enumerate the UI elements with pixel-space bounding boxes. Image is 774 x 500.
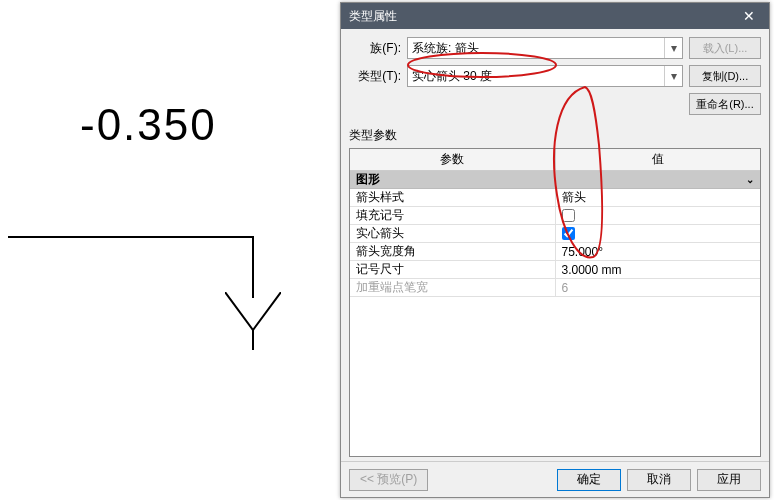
param-value: 6 xyxy=(556,279,761,296)
expand-icon: ⌄ xyxy=(746,174,754,185)
checkbox-solid-arrow[interactable] xyxy=(562,227,575,240)
table-row[interactable]: 箭头宽度角 75.000° xyxy=(350,243,760,261)
type-value: 实心箭头 30 度 xyxy=(412,68,492,85)
param-value[interactable] xyxy=(556,225,761,242)
param-value[interactable]: 箭头 xyxy=(556,189,761,206)
close-icon: ✕ xyxy=(743,8,755,24)
param-label: 实心箭头 xyxy=(350,225,556,242)
param-label: 填充记号 xyxy=(350,207,556,224)
group-label: 图形 xyxy=(356,171,380,188)
rename-button[interactable]: 重命名(R)... xyxy=(689,93,761,115)
type-label: 类型(T): xyxy=(349,68,401,85)
rename-row: 重命名(R)... xyxy=(349,93,761,115)
family-row: 族(F): 系统族: 箭头 ▾ 载入(L)... xyxy=(349,37,761,59)
duplicate-button[interactable]: 复制(D)... xyxy=(689,65,761,87)
dialog-footer: << 预览(P) 确定 取消 应用 xyxy=(341,461,769,497)
col-header-value: 值 xyxy=(556,149,761,170)
type-properties-dialog: 类型属性 ✕ 族(F): 系统族: 箭头 ▾ 载入(L)... 类型(T): 实… xyxy=(340,2,770,498)
param-label: 记号尺寸 xyxy=(350,261,556,278)
table-header: 参数 值 xyxy=(350,149,760,171)
ok-button[interactable]: 确定 xyxy=(557,469,621,491)
param-value[interactable]: 75.000° xyxy=(556,243,761,260)
close-button[interactable]: ✕ xyxy=(729,3,769,29)
chevron-down-icon: ▾ xyxy=(664,38,682,58)
table-empty-area xyxy=(350,297,760,456)
table-row[interactable]: 记号尺寸 3.0000 mm xyxy=(350,261,760,279)
param-label: 箭头样式 xyxy=(350,189,556,206)
leader-horizontal xyxy=(8,236,254,238)
arrowhead-icon xyxy=(225,292,281,350)
param-value[interactable] xyxy=(556,207,761,224)
chevron-down-icon: ▾ xyxy=(664,66,682,86)
type-parameters-label: 类型参数 xyxy=(349,127,761,144)
group-graphics[interactable]: 图形 ⌄ xyxy=(350,171,760,189)
table-row[interactable]: 实心箭头 xyxy=(350,225,760,243)
apply-button[interactable]: 应用 xyxy=(697,469,761,491)
table-row[interactable]: 填充记号 xyxy=(350,207,760,225)
leader-vertical xyxy=(252,236,254,298)
family-label: 族(F): xyxy=(349,40,401,57)
dialog-body: 族(F): 系统族: 箭头 ▾ 载入(L)... 类型(T): 实心箭头 30 … xyxy=(341,29,769,461)
checkbox-fill-mark[interactable] xyxy=(562,209,575,222)
parameters-table: 参数 值 图形 ⌄ 箭头样式 箭头 填充记号 实心箭头 箭头宽度角 75.00 xyxy=(349,148,761,457)
annotation-value: -0.350 xyxy=(80,100,217,150)
col-header-param: 参数 xyxy=(350,149,556,170)
param-label: 箭头宽度角 xyxy=(350,243,556,260)
load-button[interactable]: 载入(L)... xyxy=(689,37,761,59)
family-value: 系统族: 箭头 xyxy=(412,40,479,57)
type-row: 类型(T): 实心箭头 30 度 ▾ 复制(D)... xyxy=(349,65,761,87)
family-select[interactable]: 系统族: 箭头 ▾ xyxy=(407,37,683,59)
drawing-canvas: -0.350 xyxy=(0,0,340,500)
table-row[interactable]: 箭头样式 箭头 xyxy=(350,189,760,207)
type-select[interactable]: 实心箭头 30 度 ▾ xyxy=(407,65,683,87)
table-row: 加重端点笔宽 6 xyxy=(350,279,760,297)
dialog-title: 类型属性 xyxy=(349,8,397,25)
param-label: 加重端点笔宽 xyxy=(350,279,556,296)
titlebar: 类型属性 ✕ xyxy=(341,3,769,29)
param-value[interactable]: 3.0000 mm xyxy=(556,261,761,278)
preview-button[interactable]: << 预览(P) xyxy=(349,469,428,491)
cancel-button[interactable]: 取消 xyxy=(627,469,691,491)
